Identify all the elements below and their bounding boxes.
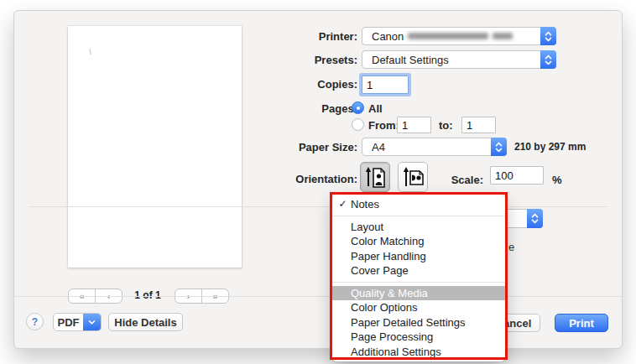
paper-size-label: Paper Size:: [269, 141, 357, 153]
menu-item-label: Page Processing: [351, 330, 433, 343]
print-dialog: « ‹ 1 of 1 › » Printer: Canon Presets: D…: [13, 10, 623, 349]
presets-label: Presets:: [269, 54, 357, 66]
preview-content-mark: [89, 49, 93, 55]
printer-name-redacted: [408, 33, 488, 39]
orientation-label: Orientation:: [269, 173, 357, 185]
popup-chevrons-icon: [540, 50, 556, 69]
menu-item-label: Quality & Media: [351, 287, 428, 299]
menu-item-label: Cover Page: [351, 264, 409, 277]
pages-to-input[interactable]: [461, 117, 496, 133]
menu-separator: [332, 212, 505, 220]
printer-popup-value: Canon: [372, 30, 404, 43]
menu-item-cover-page[interactable]: Cover Page: [332, 263, 505, 278]
pages-all-label: All: [368, 102, 383, 115]
presets-popup-value: Default Settings: [362, 54, 540, 66]
settings-pane-menu: ✓ Notes Layout Color Matching Paper Hand…: [332, 195, 505, 361]
pages-label: Pages:: [269, 102, 357, 115]
popup-chevrons-icon: [491, 138, 507, 156]
menu-item-label: Layout: [351, 221, 383, 233]
menu-item-paper-detailed-settings[interactable]: Paper Detailed Settings: [332, 315, 505, 330]
pdf-label: PDF: [54, 314, 83, 330]
copies-label: Copies:: [269, 78, 357, 91]
menu-item-label: Notes: [351, 198, 379, 211]
form-separator: [29, 206, 607, 207]
scale-input[interactable]: [490, 166, 544, 185]
paper-size-dimensions: 210 by 297 mm: [514, 141, 586, 153]
printer-label: Printer:: [269, 30, 357, 43]
printer-popup[interactable]: Canon: [362, 27, 556, 45]
page-indicator: 1 of 1: [121, 289, 175, 301]
menu-item-paper-handling[interactable]: Paper Handling: [332, 249, 505, 264]
scale-unit-label: %: [552, 174, 562, 186]
printer-name-redacted: [493, 33, 513, 39]
chevron-down-icon: [83, 314, 101, 330]
checkmark-icon: ✓: [336, 197, 349, 212]
clipped-pane-text: e: [508, 241, 514, 253]
pages-from-input[interactable]: [397, 117, 431, 133]
hide-details-button[interactable]: Hide Details: [108, 313, 183, 331]
popup-chevrons-icon: [527, 209, 543, 228]
pdf-menu-button[interactable]: PDF: [53, 313, 102, 331]
menu-item-color-options[interactable]: Color Options: [332, 300, 505, 315]
screenshot-canvas: « ‹ 1 of 1 › » Printer: Canon Presets: D…: [0, 0, 636, 364]
footer-separator: [14, 296, 622, 297]
copies-input[interactable]: [362, 75, 409, 94]
pages-all-radio[interactable]: [352, 101, 364, 114]
pages-from-label: From:: [368, 119, 399, 132]
menu-item-label: Color Options: [351, 301, 417, 314]
presets-popup[interactable]: Default Settings: [362, 50, 556, 69]
menu-item-additional-settings[interactable]: Additional Settings: [332, 345, 505, 360]
paper-size-popup[interactable]: A4: [362, 138, 507, 156]
menu-item-color-matching[interactable]: Color Matching: [332, 234, 505, 249]
menu-item-quality-media[interactable]: Quality & Media: [332, 286, 505, 301]
print-button[interactable]: Print: [555, 314, 608, 332]
paper-size-popup-value: A4: [362, 141, 491, 153]
popup-chevrons-icon: [540, 27, 556, 45]
menu-item-label: Paper Detailed Settings: [351, 316, 466, 329]
menu-item-label: Color Matching: [351, 235, 424, 247]
pages-to-label: to:: [439, 119, 453, 132]
print-preview-page: [68, 26, 242, 268]
menu-separator: [332, 278, 505, 286]
orientation-landscape-button[interactable]: [398, 162, 428, 192]
menu-item-notes[interactable]: ✓ Notes: [332, 197, 505, 212]
orientation-portrait-button[interactable]: [360, 162, 390, 192]
menu-item-label: Paper Handling: [351, 250, 426, 263]
scale-label: Scale:: [429, 174, 483, 186]
pages-from-radio[interactable]: [352, 118, 364, 131]
help-button[interactable]: ?: [26, 313, 44, 330]
menu-item-layout[interactable]: Layout: [332, 220, 505, 235]
landscape-icon: [402, 165, 424, 189]
portrait-icon: [364, 165, 386, 189]
menu-item-label: Additional Settings: [351, 346, 441, 358]
menu-item-page-processing[interactable]: Page Processing: [332, 330, 505, 345]
